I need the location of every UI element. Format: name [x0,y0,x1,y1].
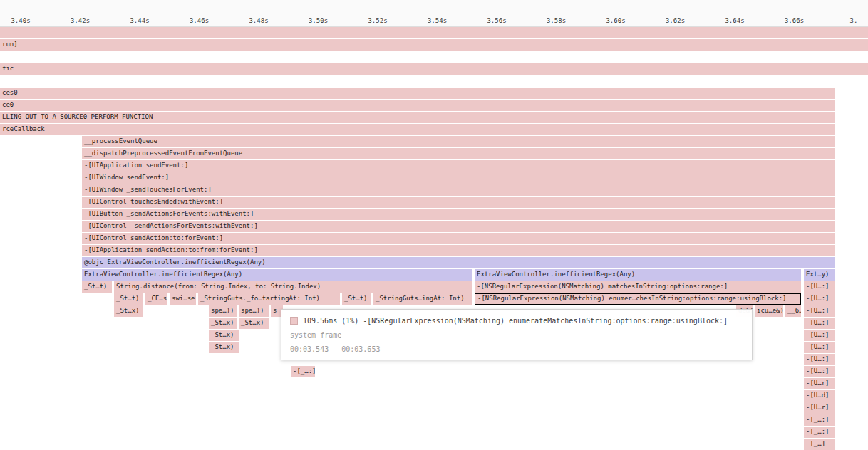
flame-bar[interactable]: -[U…:] [804,281,835,293]
flame-bar[interactable]: spe…)) [239,305,269,317]
time-tick-label: 3.50s [309,17,328,24]
flame-bar[interactable]: -[U…:] [804,366,835,377]
time-tick-label: 3.62s [666,17,685,24]
flame-bar[interactable]: -[U…:] [804,354,835,365]
flame-bar[interactable]: -[UIWindow sendEvent:] [82,172,835,184]
flame-bar-selected[interactable]: -[NSRegularExpression(NSMatching) enumer… [475,293,801,305]
flame-bar[interactable]: -[U…:] [804,342,835,353]
flame-bar[interactable]: -[U…r] [804,402,835,414]
flame-chart: run]ficces0ce0LLING_OUT_TO_A_SOURCE0_PER… [0,0,868,450]
flame-bar[interactable]: -[UIWindow _sendTouchesForEvent:] [82,184,835,196]
flame-bar[interactable]: fic [0,63,868,75]
flame-bar[interactable]: -[UIControl touchesEnded:withEvent:] [82,197,835,208]
flame-bar[interactable]: -[U…:] [804,318,835,329]
flame-bar[interactable]: -[_…:] [804,414,835,426]
flame-bar[interactable]: -[UIControl _sendActionsForEvents:withEv… [82,221,835,232]
tooltip-title: 109.56ms (1%) -[NSRegularExpression(NSMa… [303,317,728,325]
flame-bar[interactable]: @objc ExtraViewController.inefficientReg… [82,257,835,268]
time-tick-label: 3.58s [547,17,566,24]
flame-bar[interactable]: Ext…y) [804,269,835,281]
flame-bar[interactable]: -[UIApplication sendEvent:] [82,160,835,172]
flame-bar[interactable]: __processEventQueue [82,136,835,147]
flame-bar[interactable]: -[NSRegularExpression(NSMatching) matche… [475,281,801,293]
flame-bar[interactable]: ce0 [0,100,835,111]
flame-bar[interactable]: LLING_OUT_TO_A_SOURCE0_PERFORM_FUNCTION_… [0,112,835,123]
flame-bar[interactable]: -[U…:] [804,305,835,317]
flame-bar[interactable]: -[UIApplication sendAction:to:from:forEv… [82,245,835,256]
flame-bar[interactable]: -[U…:] [804,293,835,305]
flame-bar[interactable]: _StringGuts._fo…tartingAt: Int) [198,293,340,305]
time-tick-label: 3.52s [368,17,387,24]
frame-color-swatch-icon [290,317,298,325]
flame-bar[interactable]: _St…x) [239,318,269,329]
flame-bar[interactable]: _St…x) [209,318,237,329]
flame-bar[interactable]: spe…)) [209,305,237,317]
flame-bar[interactable]: run] [0,39,868,51]
flame-bar[interactable]: _St…x) [209,342,239,353]
flame-bar[interactable]: -[_…] [804,439,835,450]
flame-bar[interactable]: _St…t) [82,281,112,293]
hover-tooltip: 109.56ms (1%) -[NSRegularExpression(NSMa… [281,309,753,360]
flame-bar[interactable]: ExtraViewController.inefficientRegex(Any… [475,269,801,281]
tooltip-frame-type: system frame [290,331,743,339]
time-ruler[interactable]: 3.40s3.42s3.44s3.46s3.48s3.50s3.52s3.54s… [0,0,868,27]
flame-bar[interactable]: -[U…:] [804,330,835,341]
tooltip-time-range: 00:03.543 — 00:03.653 [290,345,743,353]
time-tick-label: 3.54s [428,17,447,24]
flame-bar[interactable]: _StringGuts…ingAt: Int) [373,293,472,305]
time-tick-label: 3.42s [71,17,90,24]
flame-bar[interactable]: -[U…d] [804,390,835,402]
flame-bar[interactable]: String.distance(from: String.Index, to: … [114,281,472,293]
flame-bar[interactable]: __dispatchPreprocessedEventFromEventQueu… [82,148,835,159]
flame-bar[interactable]: _St…x) [209,330,239,341]
flame-bar[interactable]: __6…)e [785,305,801,317]
gridline [854,26,854,450]
flame-bar[interactable]: _St…x) [114,305,143,317]
instruments-flame-chart-window: { "ruler": { "ticks": ["3.40s","3.42s","… [0,0,868,450]
flame-bar[interactable]: _CF…se [145,293,167,305]
flame-bar[interactable]: -[UIControl sendAction:to:forEvent:] [82,233,835,244]
time-tick-label: 3.64s [725,17,744,24]
flame-bar[interactable]: swi…se [170,293,196,305]
flame-bar[interactable]: _St…t) [342,293,371,305]
flame-bar[interactable]: -[UIButton _sendActionsForEvents:withEve… [82,209,835,220]
tooltip-title-row: 109.56ms (1%) -[NSRegularExpression(NSMa… [290,317,743,325]
time-tick-label: 3.40s [11,17,30,24]
time-tick-label: 3.56s [487,17,506,24]
flame-bar[interactable]: icu…e&) [755,305,783,317]
flame-bar[interactable]: -[U…r] [804,378,835,389]
flame-bar[interactable]: ExtraViewController.inefficientRegex(Any… [82,269,472,281]
flame-bar[interactable] [0,27,868,38]
time-tick-label: 3.60s [606,17,625,24]
flame-bar[interactable]: ces0 [0,88,835,99]
time-tick-label: 3.66s [785,17,804,24]
flame-bar[interactable]: _St…t) [114,293,143,305]
flame-bar[interactable]: -[_…:] [291,366,315,377]
time-tick-label: 3.48s [249,17,268,24]
time-tick-label: 3.46s [190,17,209,24]
time-tick-label: 3.44s [130,17,149,24]
flame-bar[interactable]: rceCallback [0,124,835,135]
flame-bar[interactable]: -[_…:] [804,427,835,438]
time-tick-label: 3. [850,17,858,24]
